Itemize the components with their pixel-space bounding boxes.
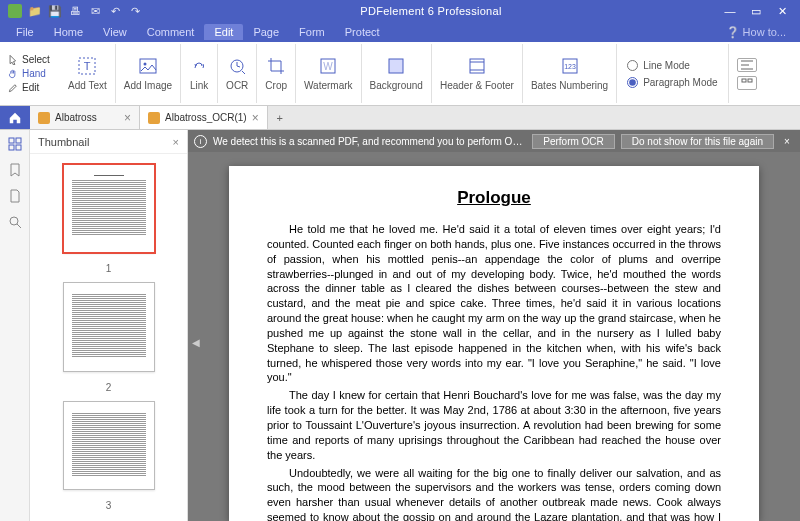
quick-access-toolbar: 📁 💾 🖶 ✉ ↶ ↷: [28, 4, 142, 18]
svg-text:T: T: [84, 60, 91, 72]
mail-icon[interactable]: ✉: [88, 4, 102, 18]
tab-close-icon[interactable]: ×: [124, 111, 131, 125]
paragraph-mode-radio[interactable]: Paragraph Mode: [627, 77, 718, 88]
undo-icon[interactable]: ↶: [108, 4, 122, 18]
more-option[interactable]: [737, 76, 757, 90]
print-icon[interactable]: 🖶: [68, 4, 82, 18]
svg-rect-21: [16, 145, 21, 150]
ocr-message: We detect this is a scanned PDF, and rec…: [213, 136, 526, 147]
info-icon: i: [194, 135, 207, 148]
align-option[interactable]: [737, 58, 757, 72]
save-icon[interactable]: 💾: [48, 4, 62, 18]
watermark-button[interactable]: WWatermark: [296, 44, 362, 103]
tab-albatross-ocr[interactable]: Albatross_OCR(1)×: [140, 106, 268, 129]
document-viewport[interactable]: ◀ Prologue He told me that he loved me. …: [188, 152, 800, 521]
maximize-button[interactable]: ▭: [746, 5, 766, 18]
close-bar-icon[interactable]: ×: [780, 136, 794, 147]
hand-label: Hand: [22, 68, 46, 79]
thumbnail-panel: Thumbnail× 1 2 3: [30, 130, 188, 521]
menu-form[interactable]: Form: [289, 24, 335, 40]
link-icon: [189, 56, 209, 76]
svg-rect-20: [9, 145, 14, 150]
minimize-button[interactable]: —: [720, 5, 740, 18]
page-thumb-2[interactable]: [63, 282, 155, 371]
add-text-button[interactable]: TAdd Text: [60, 44, 116, 103]
edit-tools: Select Hand Edit: [0, 44, 60, 103]
menu-home[interactable]: Home: [44, 24, 93, 40]
background-button[interactable]: Background: [362, 44, 432, 103]
ocr-label: OCR: [226, 80, 248, 91]
edit-tool[interactable]: Edit: [6, 81, 60, 94]
prev-page-arrow[interactable]: ◀: [192, 337, 200, 348]
background-icon: [386, 56, 406, 76]
pdf-icon: [148, 112, 160, 124]
tab-close-icon[interactable]: ×: [252, 111, 259, 125]
ocr-button[interactable]: OCR: [218, 44, 257, 103]
menu-page[interactable]: Page: [243, 24, 289, 40]
dismiss-ocr-button[interactable]: Do not show for this file again: [621, 134, 774, 149]
svg-line-23: [17, 224, 21, 228]
menu-protect[interactable]: Protect: [335, 24, 390, 40]
paragraph-mode-label: Paragraph Mode: [643, 77, 718, 88]
hand-tool[interactable]: Hand: [6, 67, 60, 80]
open-icon[interactable]: 📁: [28, 4, 42, 18]
menu-comment[interactable]: Comment: [137, 24, 205, 40]
ocr-notification-bar: i We detect this is a scanned PDF, and r…: [188, 130, 800, 152]
help-label: How to...: [743, 26, 786, 38]
panel-close-icon[interactable]: ×: [173, 136, 179, 148]
help-link[interactable]: ❔ How to...: [726, 26, 786, 39]
thumbnails-icon[interactable]: [7, 136, 23, 152]
edit-mode-group: Line Mode Paragraph Mode: [617, 44, 729, 103]
redo-icon[interactable]: ↷: [128, 4, 142, 18]
tab-label: Albatross: [55, 112, 119, 123]
menu-view[interactable]: View: [93, 24, 137, 40]
header-footer-button[interactable]: Header & Footer: [432, 44, 523, 103]
svg-text:123: 123: [564, 63, 576, 70]
bates-button[interactable]: 123Bates Numbering: [523, 44, 617, 103]
menu-bar: File Home View Comment Edit Page Form Pr…: [0, 22, 800, 42]
work-area: Thumbnail× 1 2 3 i We detect this is a s…: [0, 130, 800, 521]
ocr-icon: [227, 56, 247, 76]
pdf-icon: [38, 112, 50, 124]
text-icon: T: [77, 56, 97, 76]
image-icon: [138, 56, 158, 76]
window-controls: — ▭ ✕: [720, 5, 792, 18]
header-footer-icon: [467, 56, 487, 76]
thumbnail-list[interactable]: 1 2 3: [30, 154, 187, 521]
add-image-button[interactable]: Add Image: [116, 44, 181, 103]
body-paragraph: The day I knew for certain that Henri Bo…: [267, 388, 721, 462]
background-label: Background: [370, 80, 423, 91]
svg-rect-17: [748, 79, 752, 82]
tab-albatross[interactable]: Albatross×: [30, 106, 140, 129]
page-thumb-3[interactable]: [63, 401, 155, 490]
side-strip: [0, 130, 30, 521]
search-icon[interactable]: [7, 214, 23, 230]
title-bar: 📁 💾 🖶 ✉ ↶ ↷ PDFelement 6 Professional — …: [0, 0, 800, 22]
line-mode-radio[interactable]: Line Mode: [627, 60, 718, 71]
attachment-icon[interactable]: [7, 188, 23, 204]
add-image-label: Add Image: [124, 80, 172, 91]
svg-rect-2: [140, 59, 156, 73]
bookmark-icon[interactable]: [7, 162, 23, 178]
svg-rect-8: [470, 59, 484, 73]
svg-text:W: W: [324, 61, 334, 72]
svg-rect-19: [16, 138, 21, 143]
select-tool[interactable]: Select: [6, 53, 60, 66]
svg-point-22: [10, 217, 18, 225]
app-title: PDFelement 6 Professional: [142, 5, 720, 17]
add-text-label: Add Text: [68, 80, 107, 91]
page-thumb-1[interactable]: [63, 164, 155, 253]
bates-label: Bates Numbering: [531, 80, 608, 91]
ribbon: Select Hand Edit TAdd Text Add Image Lin…: [0, 42, 800, 106]
add-tab-button[interactable]: +: [268, 106, 292, 129]
crop-button[interactable]: Crop: [257, 44, 296, 103]
menu-file[interactable]: File: [6, 24, 44, 40]
perform-ocr-button[interactable]: Perform OCR: [532, 134, 615, 149]
svg-rect-7: [389, 59, 403, 73]
page-number: 2: [106, 382, 112, 393]
start-tab[interactable]: [0, 106, 30, 129]
menu-edit[interactable]: Edit: [204, 24, 243, 40]
thumbnail-header: Thumbnail×: [30, 130, 187, 154]
close-button[interactable]: ✕: [772, 5, 792, 18]
link-button[interactable]: Link: [181, 44, 218, 103]
